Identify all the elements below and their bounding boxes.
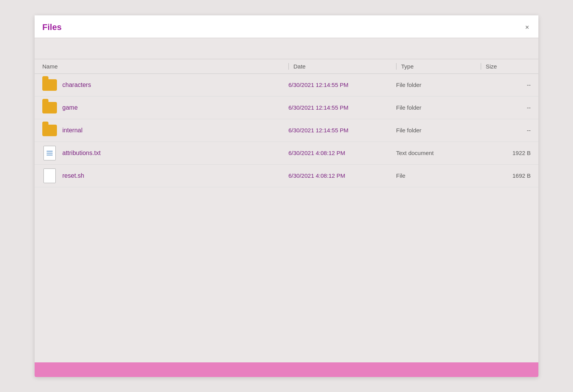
- date-cell: 6/30/2021 12:14:55 PM: [288, 104, 396, 111]
- type-cell: File: [396, 172, 481, 179]
- name-cell: game: [42, 100, 288, 115]
- name-cell: reset.sh: [42, 168, 288, 183]
- folder-icon: [42, 78, 57, 92]
- file-name: game: [62, 104, 78, 111]
- name-cell: internal: [42, 123, 288, 138]
- file-name: reset.sh: [62, 172, 84, 179]
- table-row[interactable]: characters 6/30/2021 12:14:55 PM File fo…: [35, 74, 538, 97]
- date-cell: 6/30/2021 12:14:55 PM: [288, 82, 396, 88]
- table-header: Name Date Type Size: [35, 59, 538, 74]
- folder-icon: [42, 123, 57, 138]
- table-row[interactable]: internal 6/30/2021 12:14:55 PM File fold…: [35, 119, 538, 142]
- size-cell: --: [481, 82, 531, 88]
- dialog-footer: [35, 362, 538, 377]
- size-cell: 1692 B: [481, 172, 531, 179]
- type-cell: File folder: [396, 127, 481, 133]
- date-cell: 6/30/2021 4:08:12 PM: [288, 172, 396, 179]
- table-row[interactable]: attributions.txt 6/30/2021 4:08:12 PM Te…: [35, 142, 538, 165]
- date-cell: 6/30/2021 4:08:12 PM: [288, 150, 396, 156]
- folder-icon: [42, 100, 57, 115]
- file-name: internal: [62, 127, 82, 134]
- txt-file-icon: [42, 146, 57, 160]
- date-cell: 6/30/2021 12:14:55 PM: [288, 127, 396, 133]
- size-cell: --: [481, 127, 531, 133]
- table-row[interactable]: reset.sh 6/30/2021 4:08:12 PM File 1692 …: [35, 165, 538, 187]
- file-name: characters: [62, 82, 91, 88]
- header-size: Size: [481, 63, 531, 70]
- dialog-title: Files: [42, 22, 62, 32]
- files-dialog: Files × Name Date Type Size characters 6…: [35, 15, 538, 377]
- file-name: attributions.txt: [62, 150, 101, 157]
- plain-file-icon: [42, 168, 57, 183]
- file-table: Name Date Type Size characters 6/30/2021…: [35, 59, 538, 362]
- header-name: Name: [42, 63, 288, 70]
- type-cell: Text document: [396, 150, 481, 156]
- size-cell: 1922 B: [481, 150, 531, 156]
- dialog-header: Files ×: [35, 15, 538, 38]
- type-cell: File folder: [396, 82, 481, 88]
- toolbar-area: [35, 38, 538, 59]
- header-type: Type: [396, 63, 481, 70]
- header-date: Date: [288, 63, 396, 70]
- type-cell: File folder: [396, 104, 481, 111]
- name-cell: characters: [42, 78, 288, 92]
- table-row[interactable]: game 6/30/2021 12:14:55 PM File folder -…: [35, 97, 538, 119]
- name-cell: attributions.txt: [42, 146, 288, 160]
- close-button[interactable]: ×: [523, 23, 531, 32]
- size-cell: --: [481, 104, 531, 111]
